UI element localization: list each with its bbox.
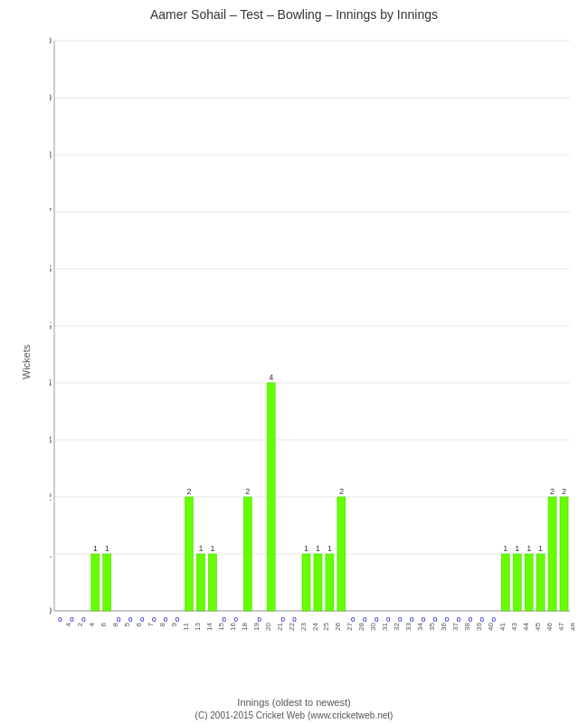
- svg-text:10: 10: [50, 35, 52, 46]
- chart-area: 0123456789100402041618050607080901121311…: [50, 27, 574, 652]
- svg-rect-126: [560, 497, 568, 611]
- svg-text:1: 1: [210, 544, 214, 553]
- svg-text:8: 8: [50, 149, 52, 160]
- y-axis-label: Wickets: [21, 345, 32, 380]
- svg-rect-73: [302, 554, 310, 611]
- svg-text:1: 1: [198, 544, 203, 553]
- svg-text:9: 9: [50, 92, 52, 103]
- svg-text:0: 0: [117, 615, 121, 624]
- svg-text:0: 0: [410, 615, 414, 624]
- chart-container: Aamer Sohail – Test – Bowling – Innings …: [0, 0, 588, 724]
- svg-text:0: 0: [433, 615, 438, 624]
- svg-rect-120: [536, 554, 545, 611]
- svg-text:1: 1: [93, 544, 98, 553]
- svg-text:2: 2: [550, 487, 555, 496]
- svg-text:0: 0: [492, 615, 497, 624]
- svg-text:4: 4: [269, 373, 273, 382]
- svg-text:41: 41: [498, 622, 507, 630]
- svg-text:6: 6: [50, 263, 52, 274]
- svg-text:3: 3: [50, 434, 52, 445]
- svg-text:45: 45: [534, 622, 542, 630]
- svg-rect-123: [548, 497, 556, 611]
- svg-text:13: 13: [194, 622, 202, 630]
- svg-rect-66: [267, 383, 275, 611]
- svg-rect-76: [314, 554, 322, 611]
- svg-text:0: 0: [386, 615, 391, 624]
- svg-text:0: 0: [70, 615, 74, 624]
- svg-text:47: 47: [557, 622, 565, 630]
- svg-text:2: 2: [50, 491, 52, 502]
- svg-rect-48: [185, 497, 193, 611]
- svg-text:43: 43: [510, 622, 518, 630]
- svg-rect-30: [91, 554, 100, 611]
- chart-svg: 0123456789100402041618050607080901121311…: [50, 27, 574, 652]
- svg-text:1: 1: [105, 544, 109, 553]
- svg-text:0: 0: [175, 615, 180, 624]
- svg-text:11: 11: [182, 622, 190, 630]
- svg-text:0: 0: [422, 615, 426, 624]
- svg-text:0: 0: [234, 615, 239, 624]
- svg-text:0: 0: [398, 615, 403, 624]
- svg-text:1: 1: [316, 544, 320, 553]
- svg-text:0: 0: [292, 615, 297, 624]
- svg-text:0: 0: [445, 615, 450, 624]
- copyright-label: (C) 2001-2015 Cricket Web (www.cricketwe…: [195, 710, 394, 720]
- svg-text:25: 25: [322, 622, 330, 630]
- svg-text:5: 5: [50, 320, 52, 331]
- svg-text:1: 1: [304, 544, 308, 553]
- svg-text:0: 0: [480, 615, 485, 624]
- svg-text:2: 2: [339, 487, 344, 496]
- svg-text:1: 1: [50, 548, 52, 559]
- svg-text:1: 1: [538, 544, 543, 553]
- svg-rect-82: [337, 497, 346, 611]
- svg-text:0: 0: [50, 605, 52, 616]
- svg-text:0: 0: [351, 615, 356, 624]
- svg-text:0: 0: [469, 615, 473, 624]
- svg-text:48: 48: [569, 622, 574, 630]
- svg-rect-33: [103, 554, 111, 611]
- svg-text:2: 2: [186, 487, 191, 496]
- svg-text:24: 24: [311, 622, 319, 630]
- svg-text:18: 18: [241, 622, 249, 630]
- svg-text:26: 26: [334, 622, 342, 630]
- svg-text:0: 0: [128, 615, 133, 624]
- svg-text:0: 0: [280, 615, 285, 624]
- svg-text:0: 0: [363, 615, 367, 624]
- svg-text:1: 1: [515, 544, 519, 553]
- svg-text:0: 0: [58, 615, 62, 624]
- chart-title: Aamer Sohail – Test – Bowling – Innings …: [0, 0, 588, 25]
- svg-text:7: 7: [50, 206, 52, 217]
- svg-text:20: 20: [264, 622, 272, 630]
- svg-text:23: 23: [299, 622, 308, 630]
- svg-rect-79: [326, 554, 334, 611]
- svg-text:1: 1: [327, 544, 332, 553]
- svg-text:0: 0: [223, 615, 227, 624]
- svg-rect-117: [525, 554, 533, 611]
- svg-text:0: 0: [152, 615, 156, 624]
- svg-text:2: 2: [562, 487, 566, 496]
- svg-text:2: 2: [245, 487, 250, 496]
- svg-text:4: 4: [88, 622, 96, 626]
- svg-text:4: 4: [50, 377, 52, 388]
- svg-text:0: 0: [81, 615, 86, 624]
- svg-text:1: 1: [503, 544, 507, 553]
- svg-rect-54: [208, 554, 216, 611]
- svg-text:44: 44: [522, 622, 530, 630]
- svg-text:46: 46: [545, 622, 554, 630]
- svg-text:14: 14: [205, 622, 213, 630]
- svg-text:0: 0: [257, 615, 261, 624]
- svg-rect-61: [243, 497, 251, 611]
- svg-rect-111: [501, 554, 509, 611]
- svg-text:0: 0: [164, 615, 168, 624]
- svg-text:1: 1: [526, 544, 531, 553]
- x-axis-label: Innings (oldest to newest): [237, 697, 350, 708]
- svg-rect-51: [196, 554, 204, 611]
- svg-rect-114: [513, 554, 521, 611]
- svg-text:0: 0: [140, 615, 145, 624]
- svg-text:6: 6: [100, 622, 108, 626]
- svg-text:0: 0: [457, 615, 461, 624]
- svg-text:0: 0: [375, 615, 379, 624]
